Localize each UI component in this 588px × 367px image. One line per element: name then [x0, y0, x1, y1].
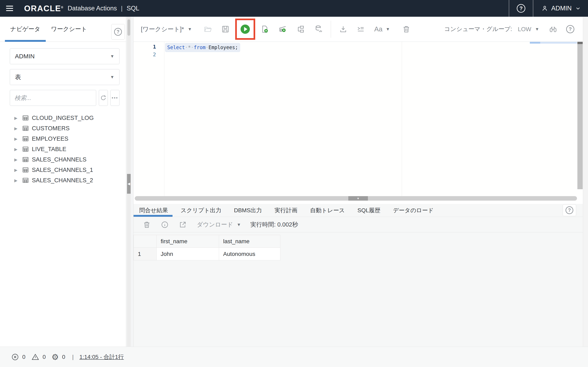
tree-expand-icon[interactable]: ▶ [14, 157, 19, 162]
run-statement-button[interactable] [240, 24, 251, 34]
error-icon [11, 353, 19, 361]
navigator-sidebar: ナビゲータ ワークシート ? ADMIN ▼ 表 ▼ ••• [0, 17, 126, 347]
hamburger-menu-icon[interactable] [6, 6, 13, 11]
column-header-first-name[interactable]: first_name [156, 235, 219, 248]
warnings-status[interactable]: 0 [31, 353, 46, 361]
tasks-status[interactable]: ⚙ 0 [52, 353, 65, 361]
clear-worksheet-button[interactable] [402, 25, 410, 33]
find-binoculars-button[interactable] [549, 25, 558, 34]
result-grid-header-row: first_name last_name [134, 235, 280, 248]
code-area[interactable]: Select·*·from·Employees; [164, 43, 577, 52]
worksheet-name-label[interactable]: [ワークシート]* [141, 25, 184, 33]
window-scrollbar-track[interactable] [583, 17, 588, 347]
chevron-down-icon [575, 5, 581, 11]
tree-expand-icon[interactable]: ▶ [14, 136, 19, 141]
save-button[interactable] [221, 25, 229, 33]
warning-icon [31, 353, 39, 361]
tab-autotrace[interactable]: 自動トレース [310, 204, 345, 217]
search-input[interactable] [10, 90, 96, 106]
chevron-down-icon: ▼ [386, 27, 390, 32]
errors-status[interactable]: 0 [11, 353, 26, 361]
refresh-button[interactable] [99, 90, 108, 106]
chevron-down-icon[interactable]: ▼ [237, 222, 241, 227]
schema-select[interactable]: ADMIN ▼ [10, 48, 120, 64]
session-summary-link[interactable]: 1:14:05 - 合計1行 [79, 353, 124, 361]
splitter-collapse-handle[interactable]: ▼ [348, 196, 368, 201]
tab-script-output[interactable]: スクリプト出力 [181, 204, 221, 217]
clear-results-button[interactable] [143, 221, 151, 229]
sidebar-scrollbar-thumb[interactable] [127, 19, 130, 36]
table-icon [22, 157, 29, 162]
table-icon [22, 136, 29, 142]
open-in-new-window-button[interactable] [179, 221, 187, 229]
editor-scrollbar-thumb[interactable] [577, 44, 583, 189]
results-help-button[interactable]: ? [563, 204, 576, 216]
result-grid-row[interactable]: 1 John Autonomous [134, 248, 280, 260]
info-button[interactable] [161, 221, 169, 229]
status-separator: | [72, 354, 74, 360]
user-name-label: ADMIN [551, 5, 572, 12]
search-row: ••• [10, 90, 120, 106]
toolbar-separator [331, 21, 331, 38]
tab-worksheet[interactable]: ワークシート [46, 17, 93, 42]
tree-expand-icon[interactable]: ▶ [14, 147, 19, 152]
result-grid: first_name last_name 1 John Autonomous [134, 235, 280, 260]
help-icon: ? [566, 206, 573, 214]
tab-navigator[interactable]: ナビゲータ [5, 17, 46, 42]
header-help-button[interactable]: ? [509, 0, 533, 17]
worksheet-toolbar: [ワークシート]* ▼ [134, 17, 583, 42]
cell-last-name[interactable]: Autonomous [219, 248, 280, 260]
row-number-header[interactable] [134, 235, 156, 248]
download-editor-button[interactable] [339, 25, 347, 33]
tab-query-result[interactable]: 問合せ結果 [139, 204, 168, 217]
tab-sql-history[interactable]: SQL履歴 [357, 204, 380, 217]
schema-select-value: ADMIN [15, 53, 35, 60]
consumer-group-value[interactable]: LOW [518, 26, 531, 33]
tree-item-employees[interactable]: ▶ EMPLOYEES [10, 133, 120, 144]
column-header-last-name[interactable]: last_name [219, 235, 280, 248]
tree-expand-icon[interactable]: ▶ [14, 116, 19, 120]
tree-item-customers[interactable]: ▶ CUSTOMERS [10, 123, 120, 133]
consumer-group-area: コンシューマ・グループ: LOW ▼ ? [444, 25, 583, 34]
sidebar-help-button[interactable]: ? [111, 24, 125, 40]
table-icon [22, 178, 29, 183]
tab-dbms-output[interactable]: DBMS出力 [234, 204, 262, 217]
code-line-1: Select·*·from·Employees; [165, 43, 240, 52]
user-menu[interactable]: ADMIN [533, 0, 588, 17]
font-size-control[interactable]: Aa ▼ [374, 25, 390, 33]
format-code-button[interactable] [357, 25, 365, 33]
object-type-select[interactable]: 表 ▼ [10, 69, 120, 85]
chevron-down-icon[interactable]: ▼ [188, 27, 192, 32]
results-toolbar: ダウンロード ▼ 実行時間: 0.002秒 [134, 217, 583, 233]
open-file-button[interactable] [204, 25, 212, 33]
object-type-select-value: 表 [15, 73, 21, 81]
tab-data-load[interactable]: データのロード [393, 204, 434, 217]
top-header-bar: ORACLE® Database Actions | SQL ? ADMIN [0, 0, 588, 17]
tree-item-sales-channels-1[interactable]: ▶ SALES_CHANNELS_1 [10, 165, 120, 175]
chevron-down-icon[interactable]: ▼ [535, 27, 539, 32]
tree-expand-icon[interactable]: ▶ [14, 167, 19, 173]
refresh-icon [100, 94, 107, 101]
sidebar-collapse-handle[interactable]: ◀ [127, 174, 131, 194]
explain-plan-button[interactable] [278, 25, 287, 33]
help-icon: ? [517, 4, 525, 13]
sql-code-editor[interactable]: 1 2 Select·*·from·Employees; [134, 42, 583, 196]
download-results-button[interactable]: ダウンロード [197, 221, 233, 229]
row-number-cell[interactable]: 1 [134, 248, 156, 260]
tab-explain-plan[interactable]: 実行計画 [275, 204, 297, 217]
chevron-down-icon: ▼ [110, 54, 114, 59]
autotrace-button[interactable] [296, 25, 305, 33]
editor-results-splitter[interactable]: ▼ [135, 196, 577, 201]
tree-expand-icon[interactable]: ▶ [14, 126, 19, 131]
sidebar-splitter[interactable]: ◀ [127, 17, 131, 347]
run-script-button[interactable] [260, 25, 269, 33]
more-options-button[interactable]: ••• [111, 90, 120, 106]
tree-item-sales-channels[interactable]: ▶ SALES_CHANNELS [10, 154, 120, 165]
tree-expand-icon[interactable]: ▶ [14, 178, 19, 183]
database-objects-button[interactable] [314, 25, 323, 33]
worksheet-help-button[interactable]: ? [566, 25, 574, 33]
tree-item-live-table[interactable]: ▶ LIVE_TABLE [10, 144, 120, 154]
tree-item-sales-channels-2[interactable]: ▶ SALES_CHANNELS_2 [10, 175, 120, 185]
cell-first-name[interactable]: John [156, 248, 219, 260]
tree-item-cloud-ingest-log[interactable]: ▶ CLOUD_INGEST_LOG [10, 113, 120, 123]
